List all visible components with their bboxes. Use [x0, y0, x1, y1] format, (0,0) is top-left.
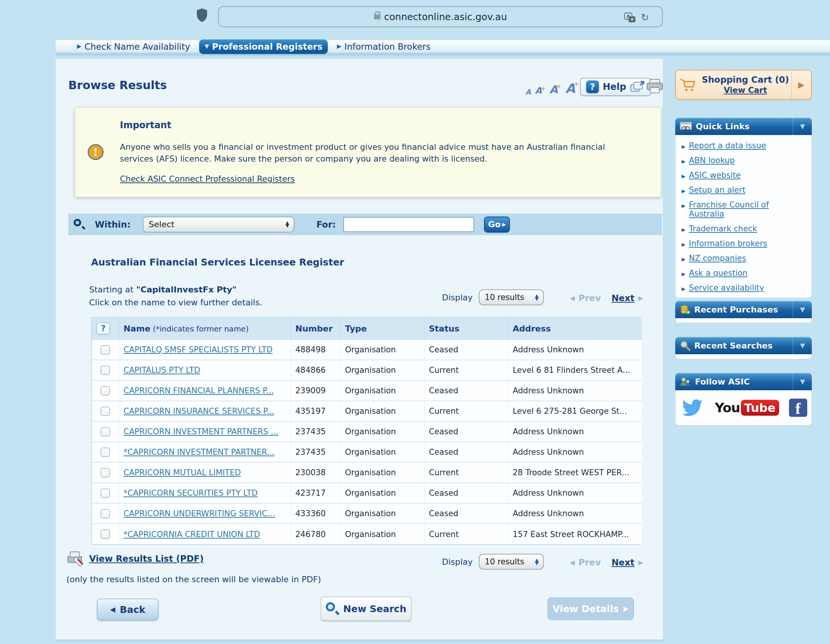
- information-brokers-link[interactable]: Information brokers: [689, 239, 767, 248]
- url-bar[interactable]: connectonline.asic.gov.au A ★ ↻: [218, 6, 663, 27]
- prev-link: Prev: [578, 557, 601, 567]
- search-icon: [74, 219, 85, 230]
- asic-website-link[interactable]: ASIC website: [689, 171, 741, 180]
- translate-icon[interactable]: A ★: [624, 13, 635, 22]
- print-icon[interactable]: [646, 79, 664, 95]
- table-row: CAPRICORN INVESTMENT PARTNERS ... 237435…: [92, 421, 642, 442]
- youtube-icon[interactable]: You Tube: [715, 400, 779, 416]
- display-select-top[interactable]: 10 results ▲▼: [479, 290, 544, 305]
- recent-searches-panel: Recent Searches ▼: [675, 337, 812, 359]
- quick-link-item: ▶NZ companies: [682, 254, 805, 263]
- bullet-arrow-icon: ▶: [682, 257, 686, 262]
- view-cart-link[interactable]: View Cart: [724, 86, 767, 95]
- licensee-name-link[interactable]: CAPITALQ SMSF SPECIALISTS PTY LTD: [124, 345, 273, 354]
- licensee-name-link[interactable]: CAPITALUS PTY LTD: [124, 366, 200, 375]
- row-checkbox[interactable]: [101, 386, 110, 396]
- licensee-name-link[interactable]: *CAPRICORN SECURITIES PTY LTD: [124, 489, 258, 498]
- licensee-name-link[interactable]: CAPRICORN UNDERWRITING SERVIC...: [124, 509, 275, 518]
- row-checkbox[interactable]: [101, 366, 110, 375]
- recent-purchases-header[interactable]: Recent Purchases ▼: [675, 301, 812, 318]
- row-checkbox[interactable]: [101, 407, 110, 416]
- licensee-name-link[interactable]: CAPRICORN FINANCIAL PLANNERS P...: [124, 386, 274, 395]
- row-checkbox[interactable]: [101, 448, 110, 457]
- setup-alert-link[interactable]: Setup an alert: [689, 185, 745, 195]
- licensee-name-link[interactable]: *CAPRICORNIA CREDIT UNION LTD: [124, 530, 260, 539]
- row-checkbox[interactable]: [101, 345, 110, 354]
- cart-expand-arrow-icon[interactable]: ▶: [791, 71, 811, 99]
- search-input[interactable]: [343, 217, 474, 232]
- facebook-icon[interactable]: f: [789, 399, 807, 417]
- back-arrow-icon: ◀: [110, 606, 115, 613]
- column-help-icon[interactable]: ?: [97, 322, 110, 334]
- pdf-note: (only the results listed on the screen w…: [67, 574, 321, 584]
- back-button[interactable]: ◀ Back: [97, 598, 158, 620]
- collapse-arrow-icon[interactable]: ▼: [793, 301, 812, 318]
- licensee-name-link[interactable]: CAPRICORN MUTUAL LIMITED: [124, 468, 241, 477]
- abn-lookup-link[interactable]: ABN lookup: [689, 156, 735, 165]
- table-row: *CAPRICORNIA CREDIT UNION LTD 246780 Org…: [92, 524, 642, 544]
- nz-companies-link[interactable]: NZ companies: [689, 254, 746, 263]
- licensee-name-link[interactable]: CAPRICORN INVESTMENT PARTNERS ...: [124, 427, 279, 436]
- font-size-small-button[interactable]: A: [525, 88, 531, 96]
- screen: connectonline.asic.gov.au A ★ ↻ ▶ Check …: [0, 0, 830, 644]
- warning-icon: !: [88, 144, 104, 160]
- font-size-medium-button[interactable]: A+: [535, 85, 545, 96]
- tab-check-name-availability[interactable]: ▶ Check Name Availability: [72, 40, 195, 54]
- display-group-top: Display 10 results ▲▼: [442, 290, 544, 305]
- trademark-check-link[interactable]: Trademark check: [689, 224, 757, 233]
- quick-links-header[interactable]: Quick Links ▼: [675, 117, 812, 135]
- ask-question-link[interactable]: Ask a question: [689, 269, 747, 278]
- tab-information-brokers[interactable]: ▶ Information Brokers: [331, 40, 436, 54]
- next-link[interactable]: Next: [611, 293, 635, 303]
- licensee-name-link[interactable]: *CAPRICORN INVESTMENT PARTNER...: [124, 448, 275, 457]
- display-select-bottom[interactable]: 10 results ▲▼: [479, 554, 544, 570]
- shopping-cart-box[interactable]: Shopping Cart (0) View Cart ▶: [675, 70, 812, 100]
- report-data-issue-link[interactable]: Report a data issue: [689, 141, 766, 150]
- recent-searches-header[interactable]: Recent Searches ▼: [675, 337, 812, 354]
- next-link[interactable]: Next: [611, 557, 635, 567]
- status-value: Ceased: [424, 339, 508, 360]
- recent-purchases-body: [675, 318, 812, 323]
- tab-professional-registers[interactable]: ▼ Professional Registers: [199, 40, 328, 54]
- font-size-xlarge-button[interactable]: A+: [565, 81, 579, 96]
- status-value: Ceased: [424, 421, 508, 442]
- row-checkbox[interactable]: [101, 427, 110, 437]
- collapse-arrow-icon[interactable]: ▼: [793, 337, 812, 354]
- within-label: Within:: [95, 220, 130, 229]
- row-checkbox[interactable]: [101, 489, 110, 498]
- table-row: CAPITALQ SMSF SPECIALISTS PTY LTD 488498…: [92, 339, 642, 360]
- view-results-pdf-link[interactable]: View Results List (PDF): [89, 554, 204, 563]
- register-title: Australian Financial Services Licensee R…: [91, 257, 344, 268]
- bullet-arrow-icon: ▶: [682, 203, 686, 208]
- licensee-name-link[interactable]: CAPRICORN INSURANCE SERVICES P...: [124, 407, 275, 416]
- status-value: Current: [424, 401, 508, 421]
- results-table: ? Name (*indicates former name) Number T…: [91, 317, 641, 545]
- new-search-button[interactable]: New Search: [320, 597, 412, 621]
- check-registers-link[interactable]: Check ASIC Connect Professional Register…: [120, 174, 295, 184]
- for-label: For:: [316, 220, 336, 229]
- row-checkbox[interactable]: [101, 509, 110, 519]
- collapse-arrow-icon[interactable]: ▼: [793, 373, 812, 390]
- view-details-arrow-icon: ▶: [623, 605, 629, 612]
- help-button[interactable]: ? Help: [580, 78, 651, 96]
- service-availability-link[interactable]: Service availability: [689, 283, 764, 293]
- table-row: CAPITALUS PTY LTD 484866 Organisation Cu…: [92, 360, 642, 380]
- font-size-large-button[interactable]: A+: [549, 83, 561, 96]
- twitter-icon[interactable]: [680, 397, 705, 418]
- view-details-button[interactable]: View Details ▶: [547, 597, 634, 620]
- row-checkbox[interactable]: [101, 530, 110, 539]
- row-checkbox[interactable]: [101, 468, 110, 478]
- prev-arrow-icon: ◀: [570, 559, 575, 566]
- reload-icon[interactable]: ↻: [641, 13, 649, 22]
- franchise-council-link[interactable]: Franchise Council of Australia: [689, 200, 805, 218]
- table-row: *CAPRICORN SECURITIES PTY LTD 423717 Org…: [92, 483, 642, 503]
- quick-link-item: ▶Service availability: [682, 283, 805, 293]
- go-button[interactable]: Go ▶: [484, 217, 510, 233]
- collapse-arrow-icon[interactable]: ▼: [793, 117, 812, 135]
- url-text: connectonline.asic.gov.au: [384, 11, 507, 22]
- select-stepper-icon: ▲▼: [535, 294, 539, 301]
- bullet-arrow-icon: ▶: [682, 159, 686, 164]
- notice-body: Anyone who sells you a financial or inve…: [120, 141, 630, 165]
- within-select[interactable]: Select ▲▼: [143, 217, 295, 233]
- follow-asic-header[interactable]: Follow ASIC ▼: [675, 373, 812, 390]
